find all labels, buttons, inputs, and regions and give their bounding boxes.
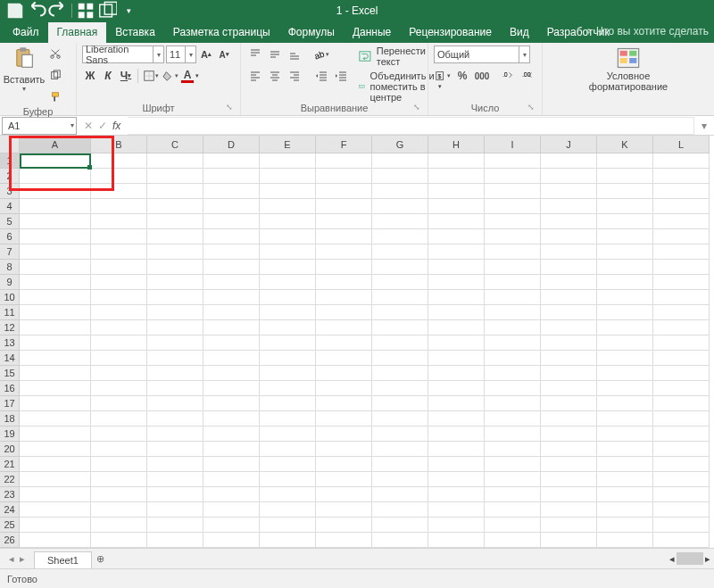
cell[interactable] xyxy=(597,214,653,229)
cell[interactable] xyxy=(91,411,147,427)
cell[interactable] xyxy=(260,184,316,199)
cell[interactable] xyxy=(147,229,203,244)
row-header[interactable]: 18 xyxy=(0,411,20,427)
hscroll-right-icon[interactable]: ▸ xyxy=(705,553,710,565)
cell[interactable] xyxy=(597,169,653,184)
cell[interactable] xyxy=(372,335,428,351)
cell[interactable] xyxy=(20,305,91,320)
cell[interactable] xyxy=(597,472,653,487)
cell[interactable] xyxy=(260,502,316,518)
cell[interactable] xyxy=(372,290,428,305)
cell[interactable] xyxy=(91,427,147,442)
cell[interactable] xyxy=(485,502,541,518)
cell[interactable] xyxy=(428,396,485,411)
cell[interactable] xyxy=(203,335,260,351)
cell[interactable] xyxy=(428,533,485,548)
cell[interactable] xyxy=(20,290,91,305)
cell[interactable] xyxy=(260,381,316,396)
cell[interactable] xyxy=(597,487,653,502)
row-header[interactable]: 19 xyxy=(0,427,20,442)
row-header[interactable]: 5 xyxy=(0,214,20,229)
cell[interactable] xyxy=(316,381,372,396)
cell[interactable] xyxy=(20,396,91,411)
column-header[interactable]: I xyxy=(485,136,541,153)
expand-formula-bar-icon[interactable]: ▾ xyxy=(694,120,714,132)
cell[interactable] xyxy=(147,396,203,411)
cell[interactable] xyxy=(653,169,710,184)
cell[interactable] xyxy=(597,442,653,457)
dialog-launcher-icon[interactable]: ⤡ xyxy=(526,103,536,113)
font-name-combo[interactable]: Liberation Sans▾ xyxy=(82,46,164,63)
cell[interactable] xyxy=(147,290,203,305)
cell[interactable] xyxy=(91,229,147,244)
cell[interactable] xyxy=(147,487,203,502)
row-header[interactable]: 25 xyxy=(0,518,20,533)
cell[interactable] xyxy=(147,442,203,457)
cell[interactable] xyxy=(541,184,597,199)
cell[interactable] xyxy=(428,305,485,320)
cell[interactable] xyxy=(260,199,316,214)
cell[interactable] xyxy=(653,472,710,487)
cell[interactable] xyxy=(485,351,541,366)
cell[interactable] xyxy=(541,305,597,320)
select-all-corner[interactable] xyxy=(0,136,20,153)
column-header[interactable]: C xyxy=(147,136,203,153)
hscroll-left-icon[interactable]: ◂ xyxy=(669,553,675,565)
spreadsheet-grid[interactable]: ABCDEFGHIJKL 123456789101112131415161718… xyxy=(0,136,714,548)
cell[interactable] xyxy=(316,351,372,366)
cell[interactable] xyxy=(428,351,485,366)
column-header[interactable]: J xyxy=(541,136,597,153)
cell[interactable] xyxy=(372,472,428,487)
cell[interactable] xyxy=(316,199,372,214)
cell[interactable] xyxy=(485,199,541,214)
cell[interactable] xyxy=(20,411,91,427)
cell[interactable] xyxy=(372,153,428,169)
row-header[interactable]: 16 xyxy=(0,381,20,396)
cell[interactable] xyxy=(653,442,710,457)
cell[interactable] xyxy=(91,184,147,199)
cell[interactable] xyxy=(91,260,147,275)
cell[interactable] xyxy=(485,184,541,199)
cell[interactable] xyxy=(203,472,260,487)
cells-area[interactable] xyxy=(20,153,710,548)
cell[interactable] xyxy=(91,381,147,396)
cancel-formula-icon[interactable]: ✕ xyxy=(84,120,93,132)
name-box[interactable]: A1▾ xyxy=(2,117,77,135)
cell[interactable] xyxy=(147,427,203,442)
cell[interactable] xyxy=(20,366,91,381)
row-header[interactable]: 26 xyxy=(0,533,20,548)
decrease-font-button[interactable]: A▾ xyxy=(216,46,232,63)
cell[interactable] xyxy=(485,335,541,351)
cell[interactable] xyxy=(203,487,260,502)
format-painter-button[interactable] xyxy=(46,88,64,106)
cell[interactable] xyxy=(428,214,485,229)
cell[interactable] xyxy=(203,169,260,184)
tab-review[interactable]: Рецензирование xyxy=(400,22,501,43)
tab-insert[interactable]: Вставка xyxy=(106,22,164,43)
cell[interactable] xyxy=(316,533,372,548)
column-header[interactable]: H xyxy=(428,136,485,153)
italic-button[interactable]: К xyxy=(100,67,116,85)
cell[interactable] xyxy=(653,244,710,260)
align-right-button[interactable] xyxy=(286,67,303,85)
cell[interactable] xyxy=(91,244,147,260)
cell[interactable] xyxy=(653,214,710,229)
fill-color-button[interactable]: ▾ xyxy=(162,67,179,85)
row-header[interactable]: 15 xyxy=(0,366,20,381)
cell[interactable] xyxy=(316,411,372,427)
cell[interactable] xyxy=(485,169,541,184)
cell[interactable] xyxy=(541,335,597,351)
qat-icon-1[interactable] xyxy=(76,2,95,20)
tab-page-layout[interactable]: Разметка страницы xyxy=(164,22,279,43)
cell[interactable] xyxy=(20,335,91,351)
cell[interactable] xyxy=(428,320,485,335)
cell[interactable] xyxy=(597,411,653,427)
cell[interactable] xyxy=(597,305,653,320)
cell[interactable] xyxy=(20,184,91,199)
cell[interactable] xyxy=(597,427,653,442)
cell[interactable] xyxy=(485,244,541,260)
cell[interactable] xyxy=(653,351,710,366)
cell[interactable] xyxy=(653,199,710,214)
cell[interactable] xyxy=(485,260,541,275)
align-center-button[interactable] xyxy=(266,67,284,85)
